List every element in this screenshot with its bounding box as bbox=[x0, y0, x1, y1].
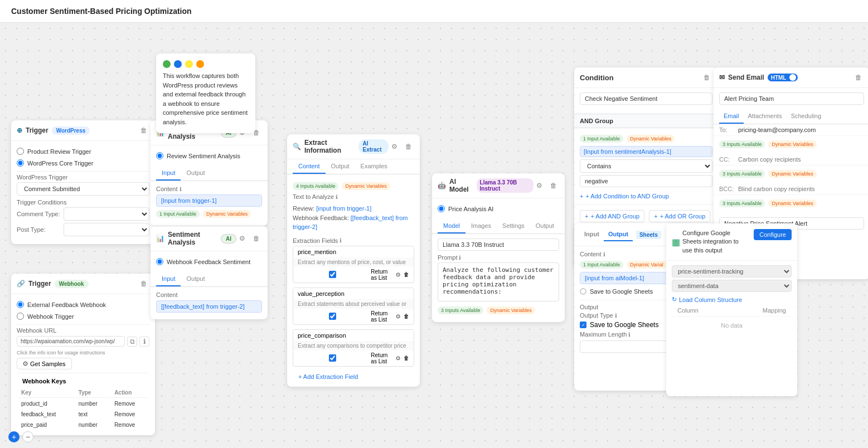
add-extraction-field-btn[interactable]: + Add Extraction Field bbox=[293, 371, 414, 382]
wp-radio-1[interactable]: Product Review Trigger bbox=[17, 145, 149, 157]
sentiment-1-radio-input[interactable] bbox=[156, 152, 163, 159]
sentiment-2-radio[interactable]: Webhook Feedback Sentiment bbox=[156, 256, 262, 267]
email-tab-scheduling[interactable]: Scheduling bbox=[787, 109, 826, 124]
remove-link[interactable]: Remove bbox=[111, 410, 148, 419]
add-or-group-btn[interactable]: + + Add OR Group bbox=[649, 210, 710, 222]
sheets-sheet1-select[interactable]: price-sentiment-tracking bbox=[672, 265, 792, 277]
wp-comment-type-select[interactable]: Comment Submitted bbox=[17, 182, 149, 196]
extract-info-delete[interactable]: 🗑 bbox=[403, 141, 414, 152]
condition-value-input[interactable] bbox=[580, 175, 712, 187]
sentiment-2-tab-output[interactable]: Output bbox=[181, 272, 210, 286]
configure-sheets-btn[interactable]: Configure bbox=[754, 229, 792, 240]
ai-tab-images[interactable]: Images bbox=[465, 219, 497, 233]
sentiment-analysis-2-panel: 📊 Sentiment Analysis AI ⚙ 🗑 Webhook Feed… bbox=[151, 226, 268, 319]
wp-radio-input-1[interactable] bbox=[17, 148, 24, 155]
price-mention-checkbox[interactable] bbox=[298, 271, 367, 278]
ai-model-radio-input[interactable] bbox=[438, 205, 445, 212]
wp-radio-2[interactable]: WordPress Core Trigger bbox=[17, 157, 149, 169]
webhook-info-btn[interactable]: ℹ bbox=[139, 337, 149, 347]
email-bcc-input[interactable] bbox=[738, 186, 864, 192]
send-email-delete[interactable]: 🗑 bbox=[853, 72, 864, 83]
extract-tab-examples[interactable]: Examples bbox=[355, 159, 393, 174]
extract-tab-output[interactable]: Output bbox=[326, 159, 355, 174]
webhook-url-input[interactable] bbox=[17, 336, 125, 347]
comment-type-select[interactable] bbox=[64, 207, 149, 221]
condition-operator-select[interactable]: Contains bbox=[580, 159, 712, 173]
ai-model-settings[interactable]: ⚙ bbox=[534, 180, 545, 191]
extract-info-settings[interactable]: ⚙ bbox=[389, 141, 400, 152]
save-radio[interactable] bbox=[580, 288, 586, 295]
sentiment-1-tab-input[interactable]: Input bbox=[156, 166, 181, 181]
page-title: Customer Sentiment-Based Pricing Optimiz… bbox=[11, 7, 192, 16]
sentiment-1-radio[interactable]: Review Sentiment Analysis bbox=[156, 150, 262, 162]
get-samples-btn[interactable]: ⊙ Get Samples bbox=[17, 358, 72, 369]
add-and-group-btn[interactable]: + + Add AND Group bbox=[580, 210, 644, 222]
sheets-sheet2-select[interactable]: sentiment-data bbox=[672, 280, 792, 292]
sentiment-2-settings[interactable]: ⚙ bbox=[236, 233, 248, 244]
webhook-radio-input-1[interactable] bbox=[17, 301, 24, 308]
price-comparison-desc: Extract any comparisons to competitor pr… bbox=[293, 341, 414, 350]
extract-info-badge: AI Extract bbox=[358, 139, 389, 154]
webhook-copy-btn[interactable]: ⧉ bbox=[127, 337, 137, 347]
zoom-out-btn[interactable]: − bbox=[22, 431, 33, 442]
trigger-wp-panel: ⊕ Trigger WordPress 🗑 Product Review Tri… bbox=[11, 120, 155, 244]
trigger-wp-title: ⊕ Trigger WordPress bbox=[17, 126, 90, 135]
email-tab-attachments[interactable]: Attachments bbox=[744, 109, 787, 124]
trigger-wp-delete[interactable]: 🗑 bbox=[138, 125, 149, 136]
output-save-checkbox[interactable]: ✓ bbox=[580, 322, 586, 328]
sentiment-1-info[interactable]: ℹ bbox=[180, 186, 182, 192]
ai-tab-model[interactable]: Model bbox=[438, 219, 465, 233]
ai-model-name-input[interactable] bbox=[438, 238, 559, 251]
save-to-sheets-label: Save to Google Sheets bbox=[590, 288, 653, 295]
value-perception-input[interactable] bbox=[293, 288, 414, 299]
ai-model-title: 🤖 AI Model Llama 3.3 70B Instruct bbox=[438, 178, 534, 193]
wp-radio-input-2[interactable] bbox=[17, 159, 24, 167]
ai-model-delete[interactable]: 🗑 bbox=[548, 180, 559, 191]
output-type-info[interactable]: ℹ bbox=[615, 313, 617, 319]
text-analyze-info[interactable]: ℹ bbox=[336, 194, 338, 200]
webhook-icon: 🔗 bbox=[17, 280, 25, 288]
condition-field1-input[interactable] bbox=[580, 146, 712, 157]
output-tab-input[interactable]: Input bbox=[580, 228, 604, 241]
extraction-fields-info[interactable]: ℹ bbox=[340, 237, 342, 244]
prompt-textarea[interactable]: Analyze the following customer feedback … bbox=[438, 262, 559, 301]
ai-model-radio[interactable]: Price Analysis AI bbox=[438, 203, 559, 215]
text-blue-2: [[feedback_text] from trigger-2] bbox=[293, 215, 408, 231]
condition-delete[interactable]: 🗑 bbox=[701, 72, 712, 83]
price-comparison-input[interactable] bbox=[293, 330, 414, 341]
sentiment-1-tab-output[interactable]: Output bbox=[181, 166, 210, 181]
price-comparison-checkbox[interactable] bbox=[298, 354, 367, 362]
sentiment-2-delete[interactable]: 🗑 bbox=[251, 233, 262, 244]
extract-tab-content[interactable]: Content bbox=[293, 159, 326, 174]
email-cc-input[interactable] bbox=[738, 156, 864, 163]
ai-tab-output[interactable]: Output bbox=[530, 219, 560, 233]
dot-yellow bbox=[185, 60, 193, 68]
sentiment-2-body: Webhook Feedback Sentiment bbox=[151, 251, 268, 272]
webhook-keys-table: Key Type Action product_id number Remove… bbox=[17, 387, 149, 431]
prompt-info[interactable]: ℹ bbox=[459, 255, 461, 261]
email-subject-input[interactable] bbox=[719, 92, 864, 105]
webhook-radio-1[interactable]: External Feedback Webhook bbox=[17, 299, 149, 310]
max-length-info[interactable]: ℹ bbox=[628, 332, 631, 338]
zoom-in-btn[interactable]: + bbox=[8, 431, 20, 442]
post-type-select[interactable] bbox=[64, 223, 149, 236]
price-mention-input[interactable] bbox=[293, 246, 414, 257]
table-row: product_id number Remove bbox=[18, 399, 148, 408]
load-col-btn[interactable]: ↻ Load Column Structure bbox=[672, 294, 792, 305]
webhook-radio-2[interactable]: Webhook Trigger bbox=[17, 310, 149, 322]
condition-name-input[interactable] bbox=[580, 92, 712, 105]
email-tab-email[interactable]: Email bbox=[719, 109, 744, 124]
sentiment-2-radio-input[interactable] bbox=[156, 258, 163, 265]
html-toggle[interactable]: HTML bbox=[768, 74, 798, 81]
output-tab-output[interactable]: Output bbox=[604, 228, 633, 241]
ai-tab-settings[interactable]: Settings bbox=[497, 219, 530, 233]
output-content-info[interactable]: ℹ bbox=[603, 251, 605, 257]
remove-link[interactable]: Remove bbox=[111, 420, 148, 430]
webhook-radio-label-1: External Feedback Webhook bbox=[27, 301, 106, 308]
add-condition-btn[interactable]: + + Add Condition to AND Group bbox=[574, 191, 718, 202]
value-perception-checkbox[interactable] bbox=[298, 313, 367, 320]
trigger-webhook-delete[interactable]: 🗑 bbox=[138, 278, 149, 289]
sentiment-2-tab-input[interactable]: Input bbox=[156, 272, 181, 286]
webhook-radio-input-2[interactable] bbox=[17, 313, 24, 320]
remove-link[interactable]: Remove bbox=[111, 399, 148, 408]
